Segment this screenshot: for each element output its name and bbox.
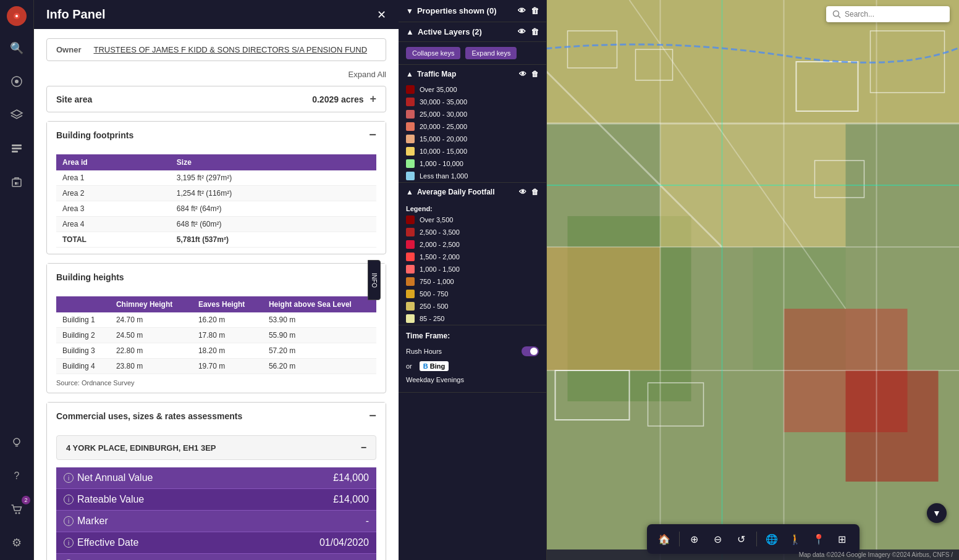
table-row: Building 224.50 m17.80 m55.90 m [56,328,376,343]
cart-badge: 2 [22,496,30,504]
expand-all-button[interactable]: Expand All [349,70,386,79]
table-row: i Non-residential Proportion 0 [56,554,376,561]
app-logo[interactable] [7,6,27,26]
person-button[interactable]: 🚶 [784,528,806,550]
traffic-map-header[interactable]: ▲ Traffic Map 👁 🗑 [399,65,546,83]
zoom-out-button[interactable]: ⊖ [707,528,729,550]
legend-item: 2,500 - 3,500 [399,226,546,238]
active-layers-visibility[interactable]: 👁 [518,27,526,36]
table-row: Area 3684 ft² (64m²) [56,201,376,217]
svg-rect-6 [12,144,22,146]
svg-point-4 [15,80,19,83]
layers-icon[interactable] [6,104,28,126]
traffic-visibility[interactable]: 👁 [519,70,526,78]
building-heights-header[interactable]: Building heights − [47,264,386,290]
footfall-header[interactable]: ▲ Average Daily Footfall 👁 🗑 [399,183,546,201]
footfall-legend: Over 3,500 2,500 - 3,500 2,000 - 2,500 1… [399,214,546,325]
traffic-legend: Over 35,000 30,000 - 35,000 25,000 - 30,… [399,83,546,182]
traffic-map-layer: ▲ Traffic Map 👁 🗑 Over 35,000 30,000 - 3… [399,65,546,183]
building-footprints-toggle[interactable]: − [369,128,376,142]
active-layers-header: ▲ Active Layers (2) 👁 🗑 [399,22,546,42]
active-layers-delete[interactable]: 🗑 [531,27,539,36]
attribution-text: Map data ©2024 Google Imagery ©2024 Airb… [799,551,953,558]
footfall-layer: ▲ Average Daily Footfall 👁 🗑 Legend: Ove… [399,183,546,325]
net-annual-value-label: Net Annual Value [77,472,153,483]
help-icon[interactable]: ? [6,465,28,487]
bing-row: or BBing [406,359,539,374]
footfall-chevron: ▲ [406,188,413,196]
svg-point-12 [14,438,20,445]
map-search[interactable] [826,6,950,22]
building-footprints-header[interactable]: Building footprints − [47,122,386,148]
weekday-evenings-row: Weekday Evenings [406,374,539,386]
effective-date-value: 01/04/2020 [277,532,376,554]
location-icon[interactable] [6,70,28,93]
delete-icon[interactable]: 🗑 [531,6,539,15]
traffic-chevron: ▲ [406,70,413,78]
properties-chevron: ▼ [406,7,413,15]
table-row: i Rateable Value £14,000 [56,489,376,511]
collapse-keys-button[interactable]: Collapse keys [406,47,460,59]
rateable-value-label: Rateable Value [77,494,144,505]
settings-icon[interactable]: ⚙ [6,532,28,554]
close-button[interactable]: ✕ [377,8,386,22]
active-layers-label: Active Layers (2) [418,27,482,36]
total-row: TOTAL5,781ft (537m²) [56,232,376,248]
building-footprints-body: Area id Size Area 13,195 ft² (297m²) Are… [47,148,386,254]
owner-row: Owner TRUSTEES OF JAMES F KIDD & SONS DI… [46,38,386,61]
visibility-icon[interactable]: 👁 [518,6,526,15]
building-footprints-title: Building footprints [56,130,133,140]
commercial-header[interactable]: Commercial uses, sizes & rates assessmen… [47,403,386,429]
info-panel-header: Info Panel ✕ [34,0,399,29]
svg-point-40 [834,11,839,17]
rates-table: i Net Annual Value £14,000 i Rateable Va… [56,467,376,560]
add-site-area-button[interactable]: + [370,93,376,106]
sidebar: 🔍 ? 2 ⚙ [0,0,34,560]
search-icon[interactable]: 🔍 [6,37,28,59]
info-circle: i [64,473,74,483]
svg-point-14 [19,512,20,514]
commercial-toggle[interactable]: − [369,409,376,423]
rush-hours-toggle[interactable] [522,346,539,356]
table-row: Building 423.80 m19.70 m56.20 m [56,359,376,374]
table-row: Area 13,195 ft² (297m²) [56,170,376,186]
building-heights-body: Chimney Height Eaves Height Height above… [47,290,386,393]
svg-rect-8 [12,151,18,153]
footfall-visibility[interactable]: 👁 [519,188,526,196]
rotate-button[interactable]: ↺ [730,528,753,550]
address-collapse-btn[interactable]: − [361,442,366,453]
legend-item: 30,000 - 35,000 [399,96,546,108]
active-layers-chevron: ▲ [406,27,414,36]
building-heights-section: Building heights − Chimney Height Eaves … [46,263,386,393]
owner-value: TRUSTEES OF JAMES F KIDD & SONS DIRECTOR… [93,45,367,54]
col-area-id: Area id [56,154,171,170]
globe-button[interactable]: 🌐 [761,528,783,550]
legend-item: Over 3,500 [399,214,546,226]
non-residential-value: 0 [277,554,376,561]
grid-button[interactable]: ⊞ [831,528,853,550]
zoom-in-button[interactable]: ⊕ [683,528,706,550]
lightbulb-icon[interactable] [6,432,28,454]
table-row: i Effective Date 01/04/2020 [56,532,376,554]
legend-item: 85 - 250 [399,312,546,325]
cart-icon[interactable]: 2 [6,498,28,520]
location-pin-button[interactable]: 📍 [808,528,830,550]
table-row: i Net Annual Value £14,000 [56,467,376,489]
map-search-input[interactable] [845,10,937,19]
footfall-delete[interactable]: 🗑 [531,188,539,196]
map-area: ▼ 🏠 ⊕ ⊖ ↺ 🌐 🚶 📍 ⊞ Map data ©2024 Google … [547,0,959,560]
commercial-title: Commercial uses, sizes & rates assessmen… [56,411,242,421]
table-row: i Marker - [56,511,376,532]
or-label: or [406,362,412,370]
rush-hours-label: Rush Hours [406,348,442,355]
weekday-evenings-label: Weekday Evenings [406,376,464,383]
info-circle: i [64,516,74,526]
building-icon[interactable] [6,170,28,193]
data-icon[interactable] [6,137,28,159]
legend-item: 1,500 - 2,000 [399,251,546,263]
building-footprints-section: Building footprints − Area id Size Area … [46,121,386,254]
traffic-delete[interactable]: 🗑 [531,70,539,78]
home-button[interactable]: 🏠 [653,528,675,550]
expand-keys-button[interactable]: Expand keys [465,47,517,59]
scroll-down-button[interactable]: ▼ [927,503,947,523]
